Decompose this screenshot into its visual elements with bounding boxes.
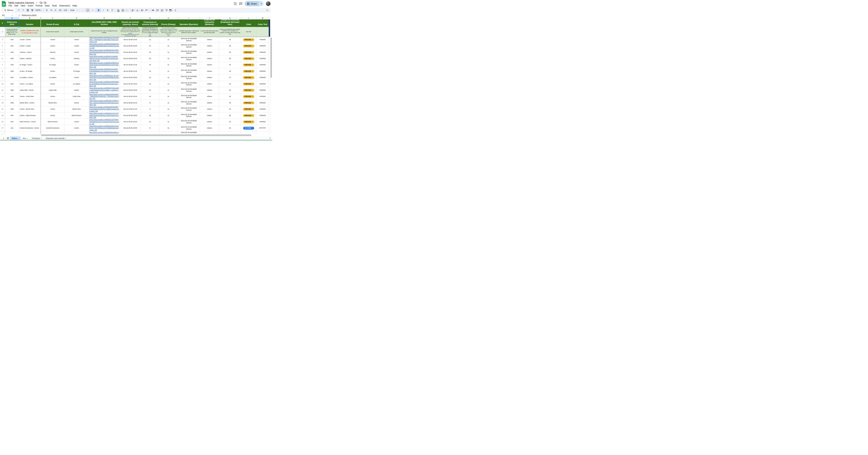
desc-cell-A2[interactable]: La ruta se conoce por esta referencia, p… — [5, 27, 19, 37]
frozen-row-divider[interactable] — [0, 37, 269, 37]
header-cell-I1[interactable]: Operador (Operator) — [178, 20, 200, 27]
row-header-11[interactable]: 11 — [0, 87, 5, 93]
vertical-align-button[interactable]: ▼ — [135, 8, 140, 12]
column-header-J[interactable]: J — [200, 17, 219, 20]
row-header-13[interactable]: 13 — [0, 100, 5, 106]
row-header-7[interactable]: 7 — [0, 62, 5, 68]
cell-H12[interactable]: 11 — [159, 94, 178, 100]
cell-H3[interactable]: 11 — [159, 37, 178, 43]
menus-search-button[interactable]: Menus — [3, 8, 16, 12]
cell-F12[interactable]: Mo-Su 06:00-18:30 — [120, 94, 141, 100]
cell-K11[interactable]: 34 — [219, 87, 241, 93]
cell-A8[interactable]: AM3 — [5, 68, 19, 74]
cell-E3[interactable]: https://drive.google.com/file/d/1UFmjOyz… — [89, 37, 120, 43]
desc-cell-F2[interactable]: Ingrese la hora en que comienza a brinda… — [120, 27, 141, 37]
cell-I10[interactable]: Dirección de Movilidad Zamora — [178, 81, 200, 87]
cell-E7[interactable]: https://drive.google.com/file/d/1qWkfVPz… — [89, 62, 120, 68]
insert-comment-button[interactable] — [155, 8, 160, 12]
color-chip[interactable]: #FBC02D▼ — [243, 114, 254, 117]
all-sheets-button[interactable] — [6, 137, 10, 140]
cell-M13[interactable]: #000000 — [256, 100, 269, 106]
cell-G12[interactable]: 12 — [141, 94, 159, 100]
cell-B5[interactable]: Atacheo - Centro — [19, 49, 40, 56]
formula-input[interactable]: Referencia (Ref) — [22, 14, 36, 16]
cell-M3[interactable]: #000000 — [256, 37, 269, 43]
cell-F4[interactable]: Mo-Su 05:30-19:30 — [120, 43, 141, 49]
column-header-A[interactable]: A — [5, 17, 19, 20]
tab-scroll-left-icon[interactable] — [270, 137, 271, 139]
color-chip[interactable]: #FBC02D▼ — [243, 44, 254, 48]
cell-A4[interactable]: AM1 — [5, 43, 19, 49]
desc-cell-G2[interactable]: Se obtiene preguntando a los conductores… — [141, 27, 159, 37]
cell-M11[interactable]: #000000 — [256, 87, 269, 93]
cell-M18[interactable] — [256, 131, 269, 134]
cell-C10[interactable]: Centro — [41, 81, 64, 87]
cell-M4[interactable]: #000000 — [256, 43, 269, 49]
cell-L13[interactable]: #FBC02D▼ — [241, 100, 256, 106]
cell-G16[interactable]: 15 — [141, 119, 159, 125]
cell-L15[interactable]: #FBC02D▼ — [241, 113, 256, 119]
header-cell-D1[interactable]: A (To) — [64, 20, 89, 27]
menu-format[interactable]: Format — [34, 4, 44, 8]
vertical-scrollbar-thumb[interactable] — [271, 37, 272, 78]
cell-C4[interactable]: Centro — [41, 43, 64, 49]
sheet-tab-etiquetas-para-parada[interactable]: Etiquetas para parada▼ — [44, 136, 68, 140]
column-header-G[interactable]: G — [141, 17, 159, 20]
cell-K5[interactable]: 55 — [219, 49, 241, 56]
color-chip[interactable]: #FBC02D▼ — [243, 108, 254, 111]
row-header-4[interactable]: 4 — [0, 43, 5, 49]
color-chip[interactable]: #FBC02D▼ — [243, 38, 254, 41]
cell-C13[interactable]: Monte Olivo — [41, 100, 64, 106]
cell-G10[interactable]: 10 — [141, 81, 159, 87]
color-chip[interactable]: #FBC02D▼ — [243, 83, 254, 86]
cell-A17[interactable]: AZ1 — [5, 125, 19, 131]
cell-F17[interactable]: Mo-Su 06:30-19:00 — [120, 125, 141, 131]
cell-I11[interactable]: Dirección de Movilidad Zamora — [178, 87, 200, 93]
cell-M8[interactable]: #000000 — [256, 68, 269, 74]
color-chip[interactable]: #FBC02D▼ — [243, 89, 254, 92]
cell-A9[interactable]: AM4 — [5, 74, 19, 81]
cell-B4[interactable]: Centro - Acanto — [19, 43, 40, 49]
cell-D3[interactable]: Centro — [64, 37, 89, 43]
text-rotation-button[interactable]: ▼ — [145, 8, 149, 12]
italic-button[interactable]: I — [101, 8, 105, 12]
cell-G9[interactable]: 10 — [141, 74, 159, 81]
bold-button[interactable]: B — [96, 8, 101, 12]
desc-link[interactable]: aquí — [167, 35, 169, 36]
name-box[interactable]: A1▼ — [0, 14, 14, 17]
column-header-B[interactable]: B — [19, 17, 40, 20]
cell-B7[interactable]: El Vergel - Centro — [19, 62, 40, 68]
cell-M12[interactable]: #000000 — [256, 94, 269, 100]
horizontal-scrollbar-thumb[interactable] — [41, 134, 251, 136]
color-chip[interactable]: #FBC02D▼ — [243, 101, 254, 104]
cell-C8[interactable]: Centro — [41, 68, 64, 74]
cell-H16[interactable]: 11 — [159, 119, 178, 125]
cell-F18[interactable] — [120, 131, 141, 134]
cell-K16[interactable]: 36 — [219, 119, 241, 125]
cell-G14[interactable]: 6 — [141, 106, 159, 112]
sheet-tab-overpass[interactable]: Overpass▼ — [30, 136, 43, 140]
cell-B8[interactable]: Centro - El Vergel — [19, 68, 40, 74]
borders-button[interactable] — [121, 8, 125, 12]
color-chip[interactable]: #FBC02D▼ — [243, 121, 254, 123]
desc-cell-M2[interactable] — [256, 27, 269, 37]
cell-J10[interactable]: Urbano — [200, 81, 219, 87]
select-all-corner[interactable] — [0, 17, 5, 20]
star-icon[interactable]: ☆ — [35, 1, 38, 4]
text-wrap-button[interactable]: ▼ — [140, 8, 145, 12]
cell-E5[interactable]: https://drive.google.com/file/d/1494YxGD… — [89, 49, 120, 56]
cell-E12[interactable]: https://drive.google.com/file/d/15d5YokD… — [89, 94, 120, 100]
cloud-saved-icon[interactable] — [44, 1, 46, 4]
cell-C18[interactable] — [41, 131, 64, 134]
cell-F9[interactable]: Mo-Su 06:30-19:00 — [120, 74, 141, 81]
insert-chart-button[interactable] — [160, 8, 164, 12]
cell-F14[interactable]: Mo-Su 05:00-21:40 — [120, 106, 141, 112]
cell-G18[interactable] — [141, 131, 159, 134]
desc-cell-C2[interactable]: Donde inicia el recorrido — [41, 27, 64, 37]
header-cell-E1[interactable]: GeoJSON/ GPX / KML/ KMZ Archivo — [89, 20, 120, 27]
cell-A11[interactable]: AM5 — [5, 87, 19, 93]
cell-F3[interactable]: Mo-Su 05:30-19:30 — [120, 37, 141, 43]
row-header-5[interactable]: 5 — [0, 49, 5, 56]
row-header-17[interactable]: 17 — [0, 125, 5, 131]
cell-K4[interactable]: 28 — [219, 43, 241, 49]
